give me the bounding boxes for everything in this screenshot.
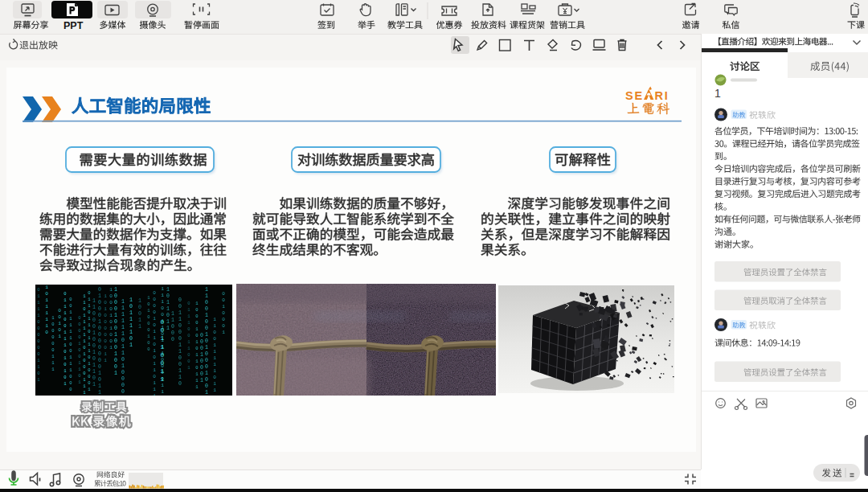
svg-text:1: 1: [714, 87, 721, 100]
svg-text:11000: 11000: [170, 311, 176, 343]
svg-text:100000111: 100000111: [51, 315, 56, 373]
svg-text:00001011010110111: 00001011010110111: [152, 290, 158, 400]
svg-text:011100111010101: 011100111010101: [63, 291, 68, 387]
svg-text:SE: SE: [625, 89, 644, 102]
svg-text:10100000011: 10100000011: [103, 293, 108, 364]
svg-text:00110011: 00110011: [159, 318, 166, 384]
svg-text:00110001100110: 00110001100110: [178, 297, 183, 387]
svg-text:011110000001101: 011110000001101: [36, 287, 42, 383]
svg-text:101000100: 101000100: [146, 295, 152, 353]
svg-text:111111011010000: 111111011010000: [121, 299, 126, 396]
svg-text:11000100101101: 11000100101101: [92, 298, 97, 388]
svg-text:01000100000001011: 01000100000001011: [97, 287, 103, 396]
svg-text:00101: 00101: [57, 308, 63, 340]
svg-text:110011111011: 110011111011: [212, 317, 218, 394]
svg-text:10111110: 10111110: [44, 285, 50, 336]
svg-text:0010001: 0010001: [221, 291, 227, 336]
svg-text:RI: RI: [655, 89, 669, 102]
svg-text:01110011001: 01110011001: [186, 301, 192, 371]
svg-text:001111100111000: 001111100111000: [68, 297, 74, 393]
svg-text:11001001010001001: 11001001010001001: [204, 287, 210, 396]
svg-text:10011: 10011: [137, 298, 143, 330]
svg-text:PPT: PPT: [63, 20, 84, 31]
svg-text:10001001001001: 10001001001001: [113, 287, 119, 377]
svg-text:10111101: 10111101: [129, 297, 134, 349]
